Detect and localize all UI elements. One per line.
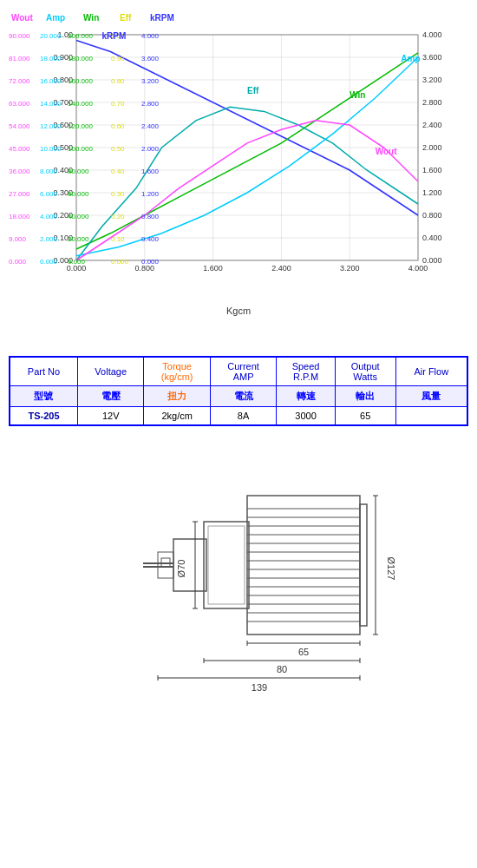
- chart-section: Kgcm: [0, 0, 477, 339]
- cell-partno: TS-205: [10, 407, 77, 426]
- dim-80: 80: [277, 664, 287, 674]
- cell-output: 65: [335, 407, 395, 426]
- col-voltage-jp: 電壓: [77, 386, 143, 407]
- col-partno-jp: 型號: [10, 386, 77, 407]
- performance-chart: [7, 9, 470, 304]
- cell-torque: 2kg/cm: [144, 407, 210, 426]
- svg-rect-16: [208, 526, 245, 604]
- col-partno: Part No: [10, 357, 77, 386]
- svg-rect-20: [158, 552, 173, 578]
- col-output: OutputWatts: [335, 357, 395, 386]
- svg-rect-15: [204, 522, 249, 608]
- diagram-section: Ø70 Ø127 65 80 139: [0, 435, 477, 713]
- specs-table: Part No Voltage Torque(kg/cm) CurrentAMP…: [9, 356, 468, 426]
- col-speed: SpeedR.P.M: [277, 357, 336, 386]
- dim-d70: Ø70: [176, 560, 186, 578]
- table-section: Part No Voltage Torque(kg/cm) CurrentAMP…: [0, 339, 477, 435]
- svg-rect-22: [360, 504, 367, 626]
- col-output-jp: 輸出: [335, 386, 395, 407]
- col-torque-jp: 扭力: [144, 386, 210, 407]
- col-current-jp: 電流: [210, 386, 276, 407]
- col-voltage: Voltage: [77, 357, 143, 386]
- dim-139: 139: [252, 682, 267, 693]
- cell-current: 8A: [210, 407, 276, 426]
- motor-diagram-svg: Ø70 Ø127 65 80 139: [74, 452, 403, 695]
- cell-voltage: 12V: [77, 407, 143, 426]
- dim-d127: Ø127: [386, 557, 396, 581]
- svg-rect-0: [247, 496, 360, 635]
- cell-airflow: [395, 407, 467, 426]
- col-torque: Torque(kg/cm): [144, 357, 210, 386]
- col-current: CurrentAMP: [210, 357, 276, 386]
- col-airflow-jp: 風量: [395, 386, 467, 407]
- col-speed-jp: 轉速: [277, 386, 336, 407]
- table-row: TS-205 12V 2kg/cm 8A 3000 65: [10, 407, 467, 426]
- chart-x-label: Kgcm: [7, 306, 470, 316]
- dim-65: 65: [298, 647, 309, 657]
- cell-speed: 3000: [277, 407, 336, 426]
- col-airflow: Air Flow: [395, 357, 467, 386]
